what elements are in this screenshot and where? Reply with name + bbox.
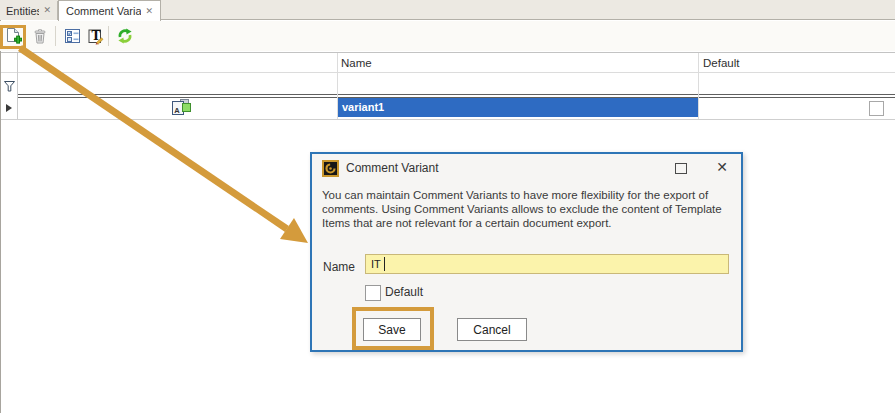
refresh-button[interactable] (116, 29, 134, 47)
dialog-title: Comment Variant (346, 161, 438, 175)
maximize-icon[interactable] (675, 163, 687, 174)
default-checkbox[interactable] (365, 285, 381, 301)
variant-copy-icon: A (172, 99, 192, 120)
tab-entities-close-icon[interactable]: ✕ (43, 6, 51, 15)
trash-icon (32, 28, 48, 49)
comment-variants-grid: Name Default A variant1 (0, 52, 895, 120)
name-field-label: Name (323, 260, 355, 274)
tab-comment-variants[interactable]: Comment Variants ✕ (58, 0, 161, 21)
tab-bar: Entities ✕ Comment Variants ✕ (0, 0, 895, 20)
tab-comment-variants-close-icon[interactable]: ✕ (145, 7, 153, 16)
refresh-icon (116, 28, 134, 48)
edit-text-button[interactable]: T (86, 29, 104, 47)
properties-button[interactable] (63, 29, 81, 47)
grid-line (337, 53, 338, 119)
filter-funnel-icon[interactable] (4, 78, 15, 96)
default-checkbox-label: Default (385, 285, 423, 299)
svg-text:A: A (174, 106, 180, 115)
column-header-default[interactable]: Default (703, 57, 739, 69)
toolbar-separator (108, 26, 109, 46)
column-header-name[interactable]: Name (341, 57, 372, 69)
close-icon[interactable]: ✕ (716, 158, 728, 176)
tab-entities[interactable]: Entities ✕ (0, 1, 58, 20)
toolbar-separator (55, 26, 56, 46)
tab-comment-variants-label: Comment Variants (66, 5, 141, 17)
app-logo-icon (322, 160, 339, 181)
dialog-titlebar[interactable]: Comment Variant ✕ (312, 154, 741, 182)
cell-default-checkbox[interactable] (869, 101, 884, 116)
comment-variant-dialog: Comment Variant ✕ You can maintain Comme… (310, 152, 743, 352)
properties-list-icon (64, 28, 81, 48)
toolbar: T (0, 21, 895, 51)
grid-line (698, 53, 699, 119)
row-focus-arrow-icon (6, 104, 12, 112)
grid-line (17, 53, 18, 119)
dialog-description: You can maintain Comment Variants to hav… (322, 188, 739, 230)
app-window: Entities ✕ Comment Variants ✕ (0, 0, 895, 413)
window-left-border (0, 0, 1, 413)
name-input[interactable] (365, 254, 729, 274)
new-document-plus-icon (5, 27, 22, 49)
text-edit-icon: T (87, 28, 104, 49)
save-button[interactable]: Save (363, 318, 421, 341)
cancel-button[interactable]: Cancel (457, 318, 527, 341)
cell-variant-name[interactable]: variant1 (337, 98, 699, 117)
grid-divider (17, 94, 895, 95)
grid-header-row: Name Default (0, 53, 895, 73)
new-comment-variant-button[interactable] (4, 29, 22, 47)
tab-entities-label: Entities (6, 5, 39, 17)
grid-filter-row[interactable] (0, 73, 895, 94)
text-caret (384, 257, 385, 271)
delete-button[interactable] (31, 29, 49, 47)
